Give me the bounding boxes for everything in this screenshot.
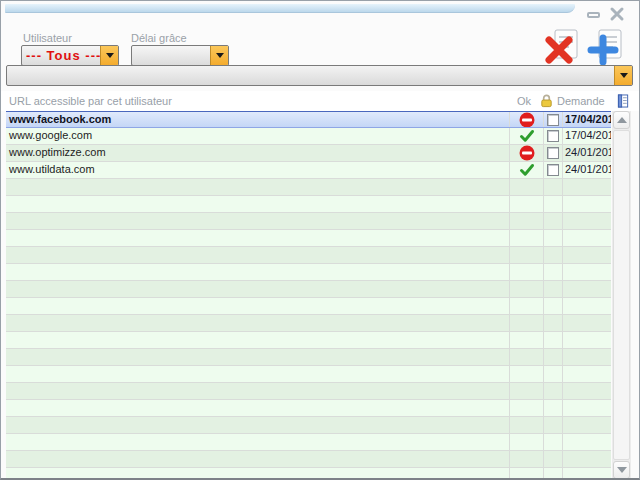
grace-delay-label: Délai grâce xyxy=(131,32,187,44)
grid-columns-icon[interactable] xyxy=(617,94,630,108)
ok-cell xyxy=(510,162,544,178)
table-row-empty[interactable] xyxy=(6,332,611,349)
ok-cell xyxy=(510,213,544,229)
url-cell xyxy=(6,468,510,479)
table-row[interactable]: www.google.com17/04/201 xyxy=(6,128,611,145)
checkbox-cell xyxy=(544,247,563,263)
scroll-up-icon[interactable] xyxy=(613,111,630,129)
table-row-empty[interactable] xyxy=(6,213,611,230)
titlebar xyxy=(5,4,575,13)
user-filter-value: --- Tous --- xyxy=(22,48,100,63)
ok-cell xyxy=(510,128,544,144)
url-cell xyxy=(6,230,510,246)
dropdown-arrow-icon[interactable] xyxy=(210,46,228,65)
table-header: URL accessible par cet utilisateur Ok De… xyxy=(1,91,640,111)
demande-cell xyxy=(563,196,611,212)
checkbox-cell xyxy=(544,230,563,246)
url-cell xyxy=(6,264,510,280)
checkbox-cell xyxy=(544,264,563,280)
url-cell xyxy=(6,400,510,416)
checkbox-cell xyxy=(544,196,563,212)
table-row-empty[interactable] xyxy=(6,179,611,196)
vertical-scrollbar[interactable] xyxy=(612,111,631,479)
lock-icon[interactable] xyxy=(539,93,554,108)
user-filter-combobox[interactable]: --- Tous --- xyxy=(21,45,119,66)
column-header-demande[interactable]: Demande xyxy=(557,95,605,107)
ok-cell xyxy=(510,264,544,280)
scroll-down-icon[interactable] xyxy=(613,461,630,479)
table-row-empty[interactable] xyxy=(6,400,611,417)
url-cell: www.utildata.com xyxy=(6,162,510,178)
ok-cell xyxy=(510,145,544,161)
checkbox-cell xyxy=(544,145,563,161)
add-url-button[interactable] xyxy=(587,27,625,65)
url-cell xyxy=(6,332,510,348)
grace-delay-combobox[interactable] xyxy=(131,45,229,66)
scrollbar-thumb[interactable] xyxy=(613,130,630,460)
demande-cell xyxy=(563,451,611,467)
ok-cell xyxy=(510,434,544,450)
table-row-empty[interactable] xyxy=(6,196,611,213)
dropdown-arrow-icon[interactable] xyxy=(614,66,632,85)
demande-checkbox[interactable] xyxy=(547,114,559,126)
checkbox-cell xyxy=(544,451,563,467)
demande-cell xyxy=(563,230,611,246)
check-icon xyxy=(519,128,535,144)
table-row-empty[interactable] xyxy=(6,230,611,247)
table-row-empty[interactable] xyxy=(6,264,611,281)
demande-cell xyxy=(563,281,611,297)
table-row-empty[interactable] xyxy=(6,298,611,315)
url-cell xyxy=(6,366,510,382)
table-row[interactable]: www.facebook.com17/04/2012 xyxy=(6,111,611,128)
table-row-empty[interactable] xyxy=(6,349,611,366)
delete-url-button[interactable] xyxy=(543,27,581,65)
dropdown-arrow-icon[interactable] xyxy=(100,46,118,65)
delete-url-icon xyxy=(543,27,581,65)
close-icon[interactable] xyxy=(609,6,625,22)
table-row-empty[interactable] xyxy=(6,434,611,451)
url-cell xyxy=(6,298,510,314)
demande-cell xyxy=(563,349,611,365)
table-row-empty[interactable] xyxy=(6,451,611,468)
checkbox-cell xyxy=(544,434,563,450)
check-icon xyxy=(519,162,535,178)
ok-cell xyxy=(510,315,544,331)
ok-cell xyxy=(510,468,544,479)
ok-cell xyxy=(510,349,544,365)
ok-cell xyxy=(510,332,544,348)
table-row-empty[interactable] xyxy=(6,383,611,400)
window: Utilisateur Délai grâce --- Tous --- URL… xyxy=(0,0,640,480)
ok-cell xyxy=(510,298,544,314)
demande-cell: 17/04/2012 xyxy=(563,112,611,127)
table-row[interactable]: www.optimizze.com24/01/201 xyxy=(6,145,611,162)
demande-checkbox[interactable] xyxy=(547,130,559,142)
column-header-ok[interactable]: Ok xyxy=(517,95,531,107)
url-cell: www.optimizze.com xyxy=(6,145,510,161)
demande-checkbox[interactable] xyxy=(547,147,559,159)
checkbox-cell xyxy=(544,383,563,399)
add-url-icon xyxy=(587,27,625,65)
checkbox-cell xyxy=(544,281,563,297)
url-combobox[interactable] xyxy=(6,65,633,86)
minimize-icon[interactable] xyxy=(587,12,600,18)
table-row-empty[interactable] xyxy=(6,281,611,298)
checkbox-cell xyxy=(544,128,563,144)
checkbox-cell xyxy=(544,298,563,314)
table-row-empty[interactable] xyxy=(6,315,611,332)
table-row-empty[interactable] xyxy=(6,366,611,383)
table-row[interactable]: www.utildata.com24/01/201 xyxy=(6,162,611,179)
url-cell xyxy=(6,451,510,467)
demande-checkbox[interactable] xyxy=(547,164,559,176)
checkbox-cell xyxy=(544,213,563,229)
checkbox-cell xyxy=(544,468,563,479)
demande-cell: 24/01/201 xyxy=(563,145,611,161)
checkbox-cell xyxy=(544,315,563,331)
ok-cell xyxy=(510,179,544,195)
table-row-empty[interactable] xyxy=(6,468,611,479)
ok-cell xyxy=(510,281,544,297)
table-row-empty[interactable] xyxy=(6,247,611,264)
column-header-url[interactable]: URL accessible par cet utilisateur xyxy=(9,95,172,107)
table-row-empty[interactable] xyxy=(6,417,611,434)
ok-cell xyxy=(510,230,544,246)
checkbox-cell xyxy=(544,112,563,127)
